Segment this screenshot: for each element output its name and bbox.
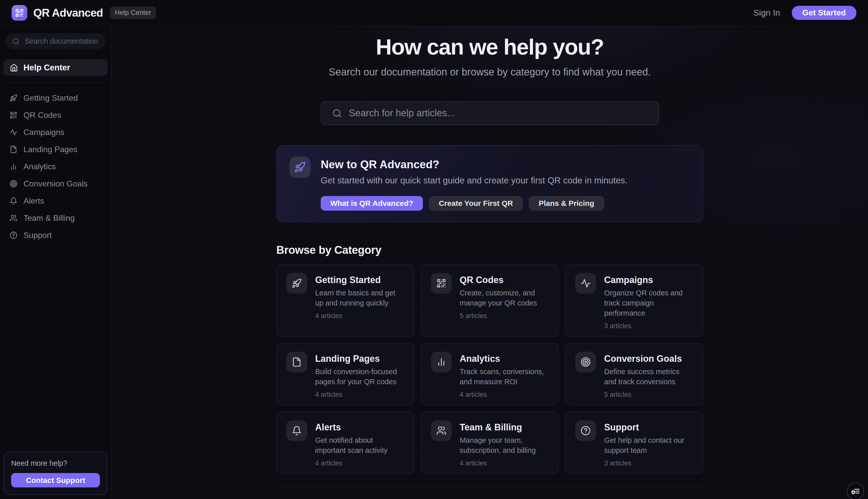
- category-article-count: 3 articles: [604, 322, 693, 330]
- category-card-landing-pages[interactable]: Landing Pages Build conversion-focused p…: [276, 343, 414, 405]
- category-card-conversion-goals[interactable]: Conversion Goals Define success metrics …: [565, 343, 703, 405]
- category-card-team-billing[interactable]: Team & Billing Manage your team, subscri…: [421, 412, 559, 474]
- category-article-count: 4 articles: [315, 391, 404, 399]
- category-card-campaigns[interactable]: Campaigns Organize QR codes and track ca…: [565, 264, 703, 337]
- quick-start-card: New to QR Advanced? Get started with our…: [276, 145, 703, 222]
- help-search-input[interactable]: [349, 108, 647, 119]
- category-title: Team & Billing: [460, 422, 549, 433]
- category-article-count: 5 articles: [604, 391, 693, 399]
- rocket-icon: [10, 94, 17, 102]
- category-card-qr-codes[interactable]: QR Codes Create, customize, and manage y…: [421, 264, 559, 337]
- sidebar-item-label: Help Center: [23, 63, 70, 72]
- category-article-count: 4 articles: [315, 312, 404, 320]
- app-header: QR Advanced Help Center Sign In Get Star…: [0, 0, 868, 26]
- category-title: QR Codes: [460, 275, 549, 285]
- accessibility-widget-button[interactable]: [847, 483, 864, 499]
- bar-chart-icon: [10, 163, 17, 171]
- users-icon: [436, 426, 447, 436]
- help-circle-icon: [10, 231, 17, 239]
- file-icon: [292, 357, 302, 367]
- category-description: Manage your team, subscription, and bill…: [460, 435, 549, 455]
- qr-icon: [10, 111, 17, 119]
- file-icon: [10, 146, 17, 154]
- category-description: Learn the basics and get up and running …: [315, 288, 404, 308]
- sidebar-search: [5, 33, 106, 49]
- category-description: Track scans, conversions, and measure RO…: [460, 367, 549, 387]
- sidebar-item-conversion-goals[interactable]: Conversion Goals: [3, 175, 108, 192]
- qr-icon: [436, 278, 447, 288]
- brand-group: QR Advanced Help Center: [12, 5, 156, 21]
- app-logo[interactable]: [12, 5, 27, 21]
- category-description: Get help and contact our support team: [604, 435, 693, 455]
- main-content: How can we help you? Search our document…: [111, 26, 868, 499]
- quick-start-title: New to QR Advanced?: [321, 158, 627, 171]
- bell-icon: [10, 197, 17, 205]
- sidebar-item-qr-codes[interactable]: QR Codes: [3, 107, 108, 124]
- target-icon: [580, 357, 591, 367]
- category-description: Create, customize, and manage your QR co…: [460, 288, 549, 308]
- section-divider: [276, 486, 703, 487]
- page-title: How can we help you?: [276, 35, 703, 59]
- category-card-alerts[interactable]: Alerts Get notified about important scan…: [276, 412, 414, 474]
- need-help-box: Need more help? Contact Support: [3, 452, 108, 495]
- category-grid: Getting Started Learn the basics and get…: [276, 264, 703, 474]
- qr-code-icon: [15, 8, 24, 17]
- header-actions: Sign In Get Started: [754, 6, 856, 20]
- category-article-count: 3 articles: [604, 459, 693, 467]
- category-article-count: 4 articles: [460, 459, 549, 467]
- activity-icon: [580, 278, 591, 288]
- sidebar-item-landing-pages[interactable]: Landing Pages: [3, 141, 108, 158]
- category-title: Getting Started: [315, 275, 404, 285]
- rocket-icon: [292, 278, 302, 288]
- category-description: Define success metrics and track convers…: [604, 367, 693, 387]
- category-title: Alerts: [315, 422, 404, 433]
- category-description: Organize QR codes and track campaign per…: [604, 288, 693, 318]
- search-icon: [12, 38, 20, 45]
- category-description: Get notified about important scan activi…: [315, 435, 404, 455]
- category-title: Conversion Goals: [604, 353, 693, 364]
- what-is-qr-advanced-button[interactable]: What is QR Advanced?: [321, 196, 423, 211]
- create-your-first-qr-button[interactable]: Create Your First QR: [429, 196, 523, 211]
- sign-in-link[interactable]: Sign In: [754, 8, 780, 18]
- category-article-count: 4 articles: [460, 391, 549, 399]
- category-title: Landing Pages: [315, 353, 404, 364]
- sidebar-item-getting-started[interactable]: Getting Started: [3, 89, 108, 107]
- category-title: Campaigns: [604, 275, 693, 285]
- sidebar-item-team-billing[interactable]: Team & Billing: [3, 209, 108, 227]
- need-help-title: Need more help?: [11, 459, 100, 467]
- sidebar-item-campaigns[interactable]: Campaigns: [3, 124, 108, 141]
- sidebar-item-help-center[interactable]: Help Center: [3, 60, 108, 76]
- help-center-badge: Help Center: [110, 7, 156, 19]
- quick-start-buttons: What is QR Advanced?Create Your First QR…: [321, 196, 627, 211]
- target-icon: [10, 180, 17, 188]
- search-icon: [332, 109, 342, 118]
- plans-pricing-button[interactable]: Plans & Pricing: [529, 196, 604, 211]
- category-title: Analytics: [460, 353, 549, 364]
- sidebar-search-input[interactable]: [25, 37, 99, 45]
- get-started-button[interactable]: Get Started: [792, 6, 856, 20]
- activity-icon: [10, 129, 17, 136]
- contact-support-button[interactable]: Contact Support: [11, 473, 100, 487]
- browse-by-category-heading: Browse by Category: [276, 244, 703, 256]
- page-subtitle: Search our documentation or browse by ca…: [276, 65, 703, 78]
- bell-icon: [292, 426, 302, 436]
- category-card-getting-started[interactable]: Getting Started Learn the basics and get…: [276, 264, 414, 337]
- sidebar-divider: [4, 82, 107, 83]
- category-article-count: 5 articles: [460, 312, 549, 320]
- bar-chart-icon: [436, 357, 447, 367]
- category-description: Build conversion-focused pages for your …: [315, 367, 404, 387]
- accessibility-widget-icon: [850, 486, 860, 496]
- sidebar-nav: Getting Started QR Codes Campaigns Landi…: [3, 89, 108, 244]
- users-icon: [10, 214, 17, 222]
- category-article-count: 4 articles: [315, 459, 404, 467]
- sidebar-item-support[interactable]: Support: [3, 227, 108, 244]
- category-card-support[interactable]: Support Get help and contact our support…: [565, 412, 703, 474]
- category-card-analytics[interactable]: Analytics Track scans, conversions, and …: [421, 343, 559, 405]
- brand-name: QR Advanced: [33, 7, 103, 19]
- home-icon: [10, 63, 18, 72]
- hero-search: [321, 101, 659, 125]
- sidebar: Help Center Getting Started QR Codes Cam…: [0, 26, 111, 499]
- sidebar-item-analytics[interactable]: Analytics: [3, 158, 108, 175]
- help-circle-icon: [580, 426, 591, 436]
- sidebar-item-alerts[interactable]: Alerts: [3, 192, 108, 209]
